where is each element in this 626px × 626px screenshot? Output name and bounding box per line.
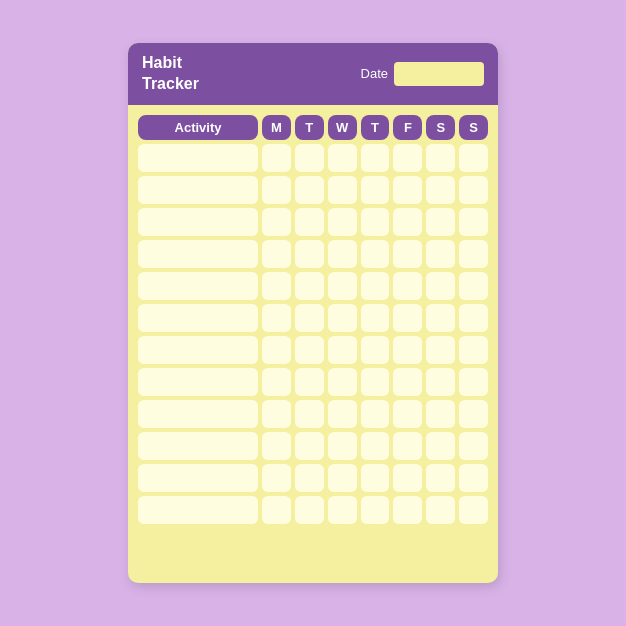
day-cell[interactable] [459, 464, 488, 492]
activity-cell[interactable] [138, 272, 258, 300]
day-cell[interactable] [393, 464, 422, 492]
day-cell[interactable] [295, 144, 324, 172]
day-cell[interactable] [393, 240, 422, 268]
day-cell[interactable] [459, 304, 488, 332]
day-cell[interactable] [328, 336, 357, 364]
day-cell[interactable] [426, 304, 455, 332]
day-cell[interactable] [426, 240, 455, 268]
day-cell[interactable] [393, 144, 422, 172]
day-cell[interactable] [459, 144, 488, 172]
day-cell[interactable] [295, 336, 324, 364]
day-cell[interactable] [262, 176, 291, 204]
day-cell[interactable] [361, 432, 390, 460]
activity-cell[interactable] [138, 368, 258, 396]
day-cell[interactable] [393, 272, 422, 300]
day-cell[interactable] [328, 496, 357, 524]
day-cell[interactable] [426, 208, 455, 236]
day-cell[interactable] [262, 336, 291, 364]
day-cell[interactable] [295, 176, 324, 204]
day-cell[interactable] [426, 496, 455, 524]
day-cell[interactable] [393, 496, 422, 524]
day-cell[interactable] [393, 432, 422, 460]
day-cell[interactable] [393, 336, 422, 364]
day-cell[interactable] [426, 272, 455, 300]
activity-cell[interactable] [138, 400, 258, 428]
day-cell[interactable] [361, 176, 390, 204]
activity-cell[interactable] [138, 432, 258, 460]
day-cell[interactable] [361, 464, 390, 492]
day-cell[interactable] [393, 400, 422, 428]
day-cell[interactable] [328, 240, 357, 268]
day-cell[interactable] [361, 400, 390, 428]
day-cell[interactable] [426, 464, 455, 492]
tracker-card: Habit Tracker Date Activity M T W T F S … [128, 43, 498, 583]
day-cell[interactable] [426, 336, 455, 364]
day-cell[interactable] [328, 464, 357, 492]
day-cell[interactable] [361, 272, 390, 300]
day-cell[interactable] [262, 208, 291, 236]
day-cell[interactable] [328, 400, 357, 428]
day-cell[interactable] [328, 368, 357, 396]
day-cell[interactable] [361, 144, 390, 172]
day-cell[interactable] [393, 176, 422, 204]
day-cell[interactable] [361, 496, 390, 524]
day-cell[interactable] [393, 304, 422, 332]
day-cell[interactable] [426, 176, 455, 204]
activity-cell[interactable] [138, 464, 258, 492]
day-cell[interactable] [262, 368, 291, 396]
day-cell[interactable] [426, 432, 455, 460]
day-cell[interactable] [295, 496, 324, 524]
day-cell[interactable] [426, 400, 455, 428]
day-cell[interactable] [328, 208, 357, 236]
day-cell[interactable] [262, 304, 291, 332]
day-cell[interactable] [295, 240, 324, 268]
day-cell[interactable] [328, 176, 357, 204]
day-cell[interactable] [262, 144, 291, 172]
day-cell[interactable] [295, 272, 324, 300]
activity-cell[interactable] [138, 496, 258, 524]
day-cell[interactable] [295, 368, 324, 396]
day-cell[interactable] [361, 208, 390, 236]
day-cell[interactable] [295, 304, 324, 332]
activity-cell[interactable] [138, 144, 258, 172]
day-cell[interactable] [262, 432, 291, 460]
day-cell[interactable] [459, 496, 488, 524]
activity-cell[interactable] [138, 304, 258, 332]
day-cell[interactable] [361, 336, 390, 364]
activity-cell[interactable] [138, 208, 258, 236]
day-cell[interactable] [361, 240, 390, 268]
day-cell[interactable] [459, 272, 488, 300]
activity-cell[interactable] [138, 240, 258, 268]
day-cell[interactable] [459, 208, 488, 236]
day-cell[interactable] [393, 208, 422, 236]
day-cell[interactable] [295, 208, 324, 236]
activity-cell[interactable] [138, 176, 258, 204]
day-cell[interactable] [459, 240, 488, 268]
day-cell[interactable] [361, 368, 390, 396]
day-cell[interactable] [295, 400, 324, 428]
day-cell[interactable] [328, 304, 357, 332]
day-cell[interactable] [328, 144, 357, 172]
day-cell[interactable] [459, 176, 488, 204]
day-cell[interactable] [262, 272, 291, 300]
tracker-title: Habit Tracker [142, 53, 199, 95]
day-cell[interactable] [393, 368, 422, 396]
grid-header: Activity M T W T F S S [138, 115, 488, 140]
day-cell[interactable] [459, 336, 488, 364]
date-input-box[interactable] [394, 62, 484, 86]
day-cell[interactable] [328, 272, 357, 300]
day-cell[interactable] [262, 496, 291, 524]
day-cell[interactable] [328, 432, 357, 460]
day-cell[interactable] [426, 368, 455, 396]
day-cell[interactable] [295, 464, 324, 492]
day-cell[interactable] [459, 368, 488, 396]
day-cell[interactable] [262, 464, 291, 492]
day-cell[interactable] [262, 400, 291, 428]
activity-cell[interactable] [138, 336, 258, 364]
day-cell[interactable] [361, 304, 390, 332]
day-cell[interactable] [459, 432, 488, 460]
day-cell[interactable] [262, 240, 291, 268]
day-cell[interactable] [426, 144, 455, 172]
day-cell[interactable] [459, 400, 488, 428]
day-cell[interactable] [295, 432, 324, 460]
